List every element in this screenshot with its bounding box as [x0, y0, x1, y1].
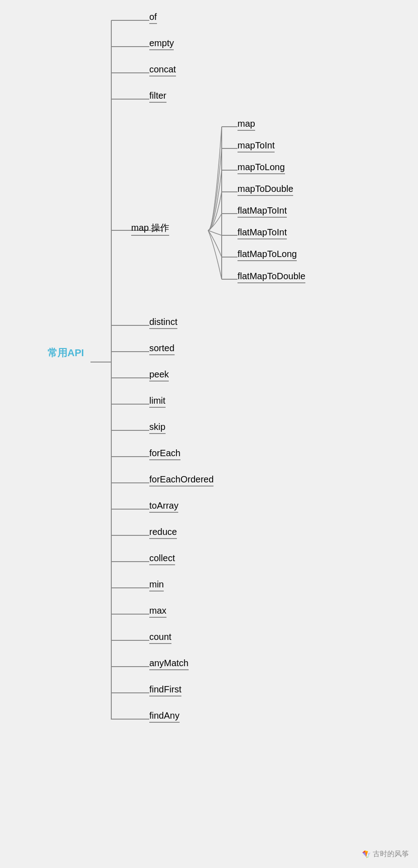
node-mapToDouble: mapToDouble [238, 184, 293, 196]
node-sorted: sorted [149, 343, 175, 355]
node-flatMapToDouble: flatMapToDouble [238, 271, 305, 283]
node-map-ops: map 操作 [131, 222, 169, 236]
node-map: map [238, 119, 255, 131]
watermark-text: 古时的风筝 [373, 849, 409, 859]
node-collect: collect [149, 553, 175, 565]
node-anyMatch: anyMatch [149, 658, 189, 670]
node-forEach: forEach [149, 448, 180, 460]
node-forEachOrdered: forEachOrdered [149, 474, 214, 486]
node-skip: skip [149, 422, 166, 434]
node-reduce: reduce [149, 527, 177, 539]
node-empty: empty [149, 38, 174, 50]
node-min: min [149, 579, 164, 591]
node-distinct: distinct [149, 317, 177, 329]
node-findAny: findAny [149, 711, 180, 723]
node-toArray: toArray [149, 501, 178, 513]
node-filter: filter [149, 91, 166, 103]
watermark: 🪁 古时的风筝 [362, 849, 409, 859]
node-flatMapToInt: flatMapToInt [238, 205, 287, 218]
node-mapToLong: mapToLong [238, 162, 285, 174]
root-node: 常用API [48, 346, 84, 360]
node-max: max [149, 606, 166, 618]
node-mapToInt: mapToInt [238, 140, 275, 153]
node-findFirst: findFirst [149, 684, 181, 696]
mind-map: 常用API of empty concat filter map 操作 map … [0, 0, 418, 868]
node-flatMapToInt2: flatMapToInt [238, 227, 287, 239]
node-count: count [149, 632, 171, 644]
node-concat: concat [149, 64, 176, 76]
watermark-icon: 🪁 [362, 850, 371, 858]
node-limit: limit [149, 396, 166, 408]
node-peek: peek [149, 369, 169, 382]
node-flatMapToLong: flatMapToLong [238, 249, 297, 261]
node-of: of [149, 12, 157, 24]
connector-svg [0, 0, 418, 868]
